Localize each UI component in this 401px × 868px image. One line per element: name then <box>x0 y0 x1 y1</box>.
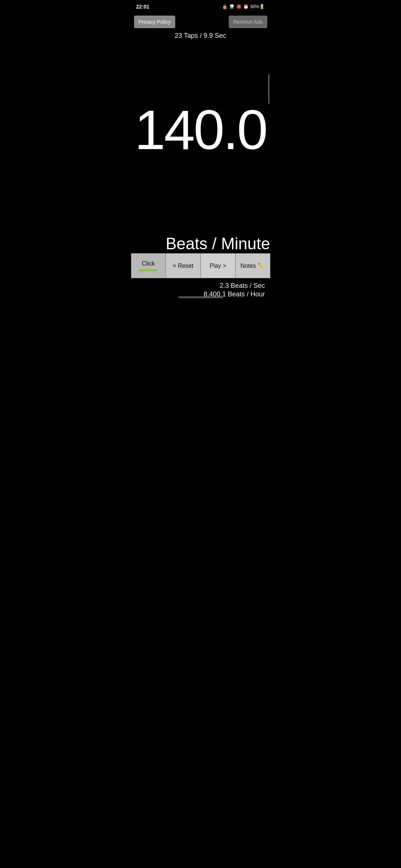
bpm-label: Beats / Minute <box>131 234 270 253</box>
lock-icon: 🔒 <box>222 4 228 9</box>
battery-text: 80%🔋 <box>250 4 265 9</box>
status-time: 22:01 <box>136 4 150 10</box>
privacy-policy-button[interactable]: Privacy Policy <box>134 16 175 28</box>
play-button[interactable]: Play > <box>200 253 235 278</box>
reset-button[interactable]: × Reset <box>166 253 200 278</box>
taps-info: 23 Taps / 9.9 Sec <box>131 32 270 40</box>
notes-button[interactable]: Notes ✏️ <box>235 253 270 278</box>
status-icons: 🔒 🦷 🔕 ⏰ 80%🔋 <box>222 4 265 9</box>
bpm-value: 140.0 <box>134 102 266 158</box>
top-nav: Privacy Policy Remove Ads <box>131 13 270 30</box>
bpm-display: 140.0 <box>131 62 270 197</box>
mute-icon: 🔕 <box>236 4 242 9</box>
alarm-icon: ⏰ <box>243 4 249 9</box>
remove-ads-button[interactable]: Remove Ads <box>229 16 267 28</box>
main-content: Privacy Policy Remove Ads 23 Taps / 9.9 … <box>131 13 270 301</box>
status-bar: 22:01 🔒 🦷 🔕 ⏰ 80%🔋 <box>131 0 270 13</box>
scrollbar <box>268 74 270 104</box>
beats-per-sec: 2.3 Beats / Sec <box>136 282 265 290</box>
click-button[interactable]: Click <box>131 253 166 278</box>
home-indicator <box>178 296 223 298</box>
controls-row: Click × Reset Play > Notes ✏️ <box>131 253 270 278</box>
bluetooth-icon: 🦷 <box>229 4 235 9</box>
